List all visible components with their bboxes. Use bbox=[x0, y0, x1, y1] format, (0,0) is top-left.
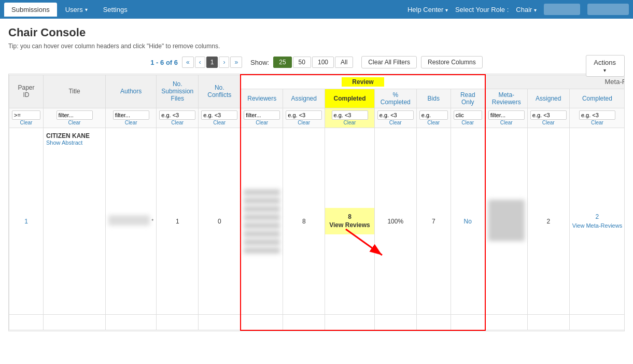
show-50-button[interactable]: 50 bbox=[293, 57, 311, 68]
help-center-link[interactable]: Help Center ▾ bbox=[407, 6, 448, 13]
empty-cell-meta-3 bbox=[569, 315, 625, 330]
col-header-reviewers: Reviewers bbox=[241, 89, 283, 108]
cell-no-conflicts: 0 bbox=[199, 128, 241, 315]
filter-meta-completed-clear[interactable]: Clear bbox=[572, 120, 622, 125]
filter-rev-pct[interactable]: Clear bbox=[374, 108, 416, 128]
filter-meta-assigned[interactable]: Clear bbox=[527, 108, 569, 128]
filter-rev-assigned-clear[interactable]: Clear bbox=[286, 120, 322, 125]
filter-conflicts-input[interactable] bbox=[201, 110, 237, 120]
filter-rev-bids-clear[interactable]: Clear bbox=[419, 120, 448, 125]
cell-no-sub-files: 1 bbox=[157, 128, 199, 315]
review-group-label: Review bbox=[342, 77, 384, 87]
filter-rev-assigned[interactable]: Clear bbox=[283, 108, 325, 128]
filter-rev-completed-clear[interactable]: Clear bbox=[328, 120, 372, 125]
col-header-meta-completed: Completed bbox=[569, 89, 625, 108]
pg-last-button[interactable]: » bbox=[230, 57, 242, 68]
authors-blurred bbox=[108, 215, 150, 226]
cell-rev-readonly: No bbox=[451, 128, 485, 315]
nav-left: Submissions Users ▾ Settings bbox=[4, 3, 135, 17]
filter-rev-completed-input[interactable] bbox=[332, 110, 368, 120]
filter-title[interactable]: Clear bbox=[44, 108, 106, 128]
filter-paper-id-input[interactable] bbox=[12, 110, 40, 120]
pg-first-button[interactable]: « bbox=[182, 57, 194, 68]
cell-meta-completed[interactable]: 2 View Meta-Reviews bbox=[569, 128, 625, 315]
filter-authors-input[interactable] bbox=[113, 110, 149, 120]
actions-button[interactable]: Actions ▾ bbox=[586, 55, 625, 77]
show-all-button[interactable]: All bbox=[335, 57, 353, 68]
show-100-button[interactable]: 100 bbox=[312, 57, 334, 68]
filter-paper-id-clear[interactable]: Clear bbox=[12, 120, 40, 125]
clear-all-filters-button[interactable]: Clear All Filters bbox=[361, 56, 417, 68]
pg-prev-button[interactable]: ‹ bbox=[195, 57, 205, 68]
filter-rev-readonly-input[interactable] bbox=[454, 110, 482, 120]
filter-rev-pct-input[interactable] bbox=[377, 110, 414, 120]
filter-meta-completed[interactable]: Clear bbox=[569, 108, 625, 128]
user-menu-button[interactable] bbox=[587, 4, 629, 15]
filter-rev-pct-clear[interactable]: Clear bbox=[377, 120, 414, 125]
empty-cell-rev-5 bbox=[416, 315, 451, 330]
filter-meta-reviewers[interactable]: Clear bbox=[485, 108, 528, 128]
view-meta-reviews-button[interactable]: 2 View Meta-Reviews bbox=[572, 213, 622, 230]
filter-meta-completed-input[interactable] bbox=[579, 110, 615, 120]
pagination-info: 1 - 6 of 6 bbox=[150, 59, 178, 66]
nav-tab-settings[interactable]: Settings bbox=[96, 3, 135, 17]
filter-rev-completed[interactable]: Clear bbox=[325, 108, 375, 128]
col-header-no-sub-files: No.SubmissionFiles bbox=[157, 75, 199, 108]
table-row-empty bbox=[9, 315, 625, 330]
empty-cell-2 bbox=[44, 315, 106, 330]
col-header-rev-bids: Bids bbox=[416, 89, 451, 108]
filter-reviewers-input[interactable] bbox=[244, 110, 280, 120]
role-caret-icon: ▾ bbox=[534, 7, 537, 13]
show-abstract-link[interactable]: Show Abstract bbox=[46, 139, 103, 146]
filter-conflicts[interactable]: Clear bbox=[199, 108, 241, 128]
filter-authors-clear[interactable]: Clear bbox=[108, 120, 153, 125]
filter-rev-bids[interactable]: Clear bbox=[416, 108, 451, 128]
filter-reviewers-clear[interactable]: Clear bbox=[244, 120, 280, 125]
nav-tab-submissions[interactable]: Submissions bbox=[4, 3, 57, 17]
filter-title-clear[interactable]: Clear bbox=[46, 120, 103, 125]
col-header-rev-completed: Completed bbox=[325, 89, 375, 108]
empty-cell-4 bbox=[157, 315, 199, 330]
nav-tab-users[interactable]: Users ▾ bbox=[58, 3, 95, 17]
filter-reviewers[interactable]: Clear bbox=[241, 108, 283, 128]
filter-meta-reviewers-input[interactable] bbox=[488, 110, 525, 120]
cell-rev-pct: 100% bbox=[374, 128, 416, 315]
cell-meta-assigned: 2 bbox=[527, 128, 569, 315]
filter-rev-readonly-clear[interactable]: Clear bbox=[454, 120, 482, 125]
empty-cell-meta-1 bbox=[485, 315, 528, 330]
filter-rev-readonly[interactable]: Clear bbox=[451, 108, 485, 128]
filter-no-sub-clear[interactable]: Clear bbox=[159, 120, 195, 125]
pg-page1-button[interactable]: 1 bbox=[206, 57, 218, 68]
role-selector[interactable]: Chair ▾ bbox=[516, 6, 537, 13]
empty-cell-meta-2 bbox=[527, 315, 569, 330]
empty-cell-rev-3 bbox=[325, 315, 375, 330]
role-label: Select Your Role : bbox=[455, 6, 509, 13]
page-title: Chair Console bbox=[8, 26, 625, 39]
show-label: Show: bbox=[250, 59, 269, 66]
pg-next-button[interactable]: › bbox=[219, 57, 229, 68]
controls-bar: 1 - 6 of 6 « ‹ 1 › » Show: 25 50 100 All… bbox=[8, 56, 625, 68]
filter-rev-bids-input[interactable] bbox=[419, 110, 448, 120]
filter-no-sub-input[interactable] bbox=[159, 110, 195, 120]
nav-right: Help Center ▾ Select Your Role : Chair ▾ bbox=[407, 4, 629, 15]
filter-meta-assigned-clear[interactable]: Clear bbox=[530, 120, 567, 125]
paper-id-link[interactable]: 1 bbox=[24, 218, 28, 225]
filter-rev-assigned-input[interactable] bbox=[286, 110, 322, 120]
filter-conflicts-clear[interactable]: Clear bbox=[201, 120, 237, 125]
filter-paper-id[interactable]: Clear bbox=[9, 108, 44, 128]
cell-title: CITIZEN KANE Show Abstract bbox=[44, 128, 106, 315]
svg-line-1 bbox=[346, 229, 382, 255]
show-25-button[interactable]: 25 bbox=[273, 57, 291, 68]
empty-cell-rev-1 bbox=[241, 315, 283, 330]
filter-authors[interactable]: Clear bbox=[106, 108, 157, 128]
cell-rev-bids: 7 bbox=[416, 128, 451, 315]
filter-title-input[interactable] bbox=[57, 110, 93, 120]
paper-title: CITIZEN KANE bbox=[46, 132, 103, 139]
filter-no-sub[interactable]: Clear bbox=[157, 108, 199, 128]
filter-meta-assigned-input[interactable] bbox=[530, 110, 567, 120]
restore-columns-button[interactable]: Restore Columns bbox=[421, 56, 483, 68]
empty-cell-3 bbox=[106, 315, 157, 330]
cell-rev-completed[interactable]: 8 View Reviews bbox=[325, 128, 375, 315]
filter-meta-reviewers-clear[interactable]: Clear bbox=[488, 120, 525, 125]
col-group-meta-review: Meta-Review bbox=[485, 75, 625, 89]
